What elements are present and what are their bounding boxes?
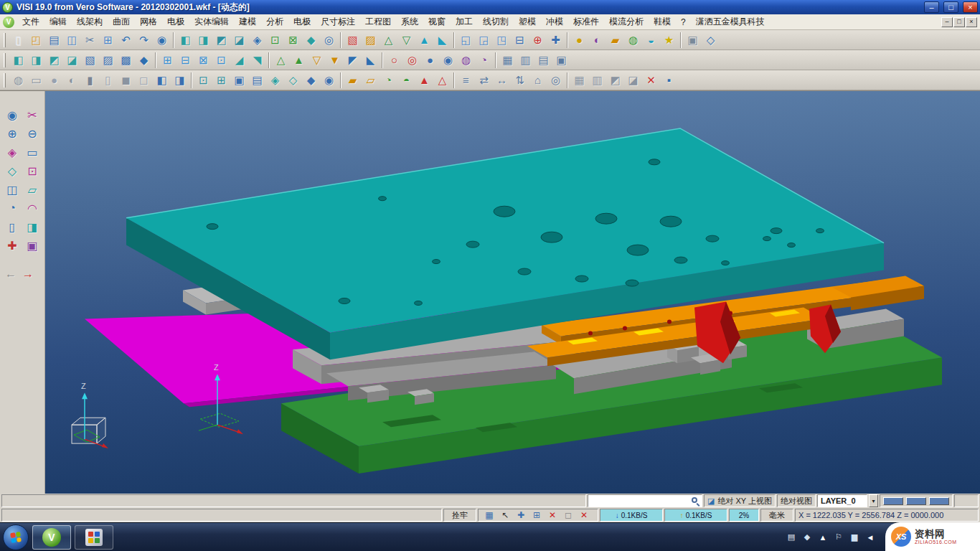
trim-icon[interactable]: ✂ bbox=[22, 105, 42, 124]
attributes-icon[interactable]: ◳ bbox=[493, 32, 511, 49]
tool-icon[interactable]: ◍ bbox=[9, 72, 27, 89]
tool-icon[interactable]: ◔ bbox=[475, 52, 493, 69]
menu-item[interactable]: 鞋模 bbox=[649, 14, 676, 29]
rect-icon[interactable]: ▯ bbox=[2, 217, 22, 236]
tool-icon[interactable]: ◨ bbox=[27, 52, 45, 69]
dynamic-rotate-icon[interactable]: ◈ bbox=[2, 143, 22, 161]
solid-icon[interactable]: ▲ bbox=[415, 32, 433, 49]
delete-point-icon[interactable]: ✚ bbox=[2, 236, 22, 255]
tool-icon[interactable]: ↔ bbox=[493, 72, 511, 89]
tool-icon[interactable]: ◧ bbox=[9, 52, 27, 69]
tool-icon[interactable]: ▭ bbox=[27, 72, 45, 89]
tray-network-icon[interactable]: ▆ bbox=[848, 531, 861, 544]
menu-item[interactable]: 文件 bbox=[17, 14, 44, 29]
move-icon[interactable]: ▱ bbox=[22, 180, 42, 199]
tool-icon[interactable]: ◉ bbox=[439, 52, 457, 69]
tool-icon[interactable]: ◥ bbox=[248, 52, 266, 69]
tool-icon[interactable]: ◐ bbox=[63, 72, 81, 89]
snap-grid-icon[interactable]: ⊞ bbox=[529, 510, 545, 521]
material-icon[interactable]: ◍ bbox=[624, 32, 642, 49]
tray-show-hidden-icon[interactable]: ▲ bbox=[816, 531, 829, 544]
layer-color-swatch[interactable] bbox=[906, 497, 926, 505]
rotate-icon[interactable]: ◔ bbox=[2, 199, 22, 217]
menu-item[interactable]: 尺寸标注 bbox=[316, 14, 360, 29]
feature-icon[interactable]: ★ bbox=[660, 32, 678, 49]
view-mode-panel[interactable]: ◪ 绝对 XY 上视图 bbox=[704, 494, 776, 507]
tool-icon[interactable]: ◍ bbox=[457, 52, 475, 69]
menu-item[interactable]: 加工 bbox=[451, 14, 478, 29]
tool-icon[interactable]: ▼ bbox=[326, 52, 344, 69]
tool-icon[interactable]: ▦ bbox=[499, 52, 517, 69]
tool-icon[interactable]: ≡ bbox=[457, 72, 475, 89]
layer-combo[interactable]: LAYER_0 bbox=[817, 494, 867, 507]
top-view-icon[interactable]: ⊡ bbox=[266, 32, 284, 49]
taskbar-button-visi[interactable]: V bbox=[32, 525, 71, 550]
tool-icon[interactable]: ◓ bbox=[397, 72, 415, 89]
tool-icon[interactable]: ◨ bbox=[171, 72, 189, 89]
tool-icon[interactable]: ▥ bbox=[588, 72, 606, 89]
taskbar-button-app[interactable] bbox=[75, 525, 113, 550]
save-icon[interactable]: ▤ bbox=[45, 32, 63, 49]
render-icon[interactable]: ◪ bbox=[230, 32, 248, 49]
tool-icon[interactable]: ◢ bbox=[230, 52, 248, 69]
redo-icon[interactable]: ↷ bbox=[135, 32, 153, 49]
tool-icon[interactable]: ⊟ bbox=[176, 52, 194, 69]
tool-icon[interactable]: ◤ bbox=[344, 52, 362, 69]
menu-item[interactable]: ? bbox=[676, 16, 691, 29]
tool-icon[interactable]: △ bbox=[433, 72, 451, 89]
close-button[interactable]: × bbox=[963, 1, 978, 13]
face-icon[interactable]: ◣ bbox=[433, 32, 451, 49]
tool-icon[interactable]: △ bbox=[272, 52, 290, 69]
side-view-icon[interactable]: ◆ bbox=[302, 32, 320, 49]
modify-icon[interactable]: ▨ bbox=[362, 32, 380, 49]
tool-icon[interactable]: ▲ bbox=[415, 72, 433, 89]
absolute-view-panel[interactable]: 绝对视图 bbox=[777, 494, 816, 507]
tool-icon[interactable]: ▮ bbox=[81, 72, 99, 89]
tool-icon[interactable]: ◇ bbox=[284, 72, 302, 89]
menu-item[interactable]: 工程图 bbox=[360, 14, 396, 29]
menu-item[interactable]: 模流分析 bbox=[604, 14, 649, 29]
print-icon[interactable]: ▣ bbox=[684, 32, 702, 49]
menu-item[interactable]: 曲面 bbox=[108, 14, 135, 29]
tool-icon[interactable]: ⇄ bbox=[475, 72, 493, 89]
layer-dropdown-button[interactable]: ▾ bbox=[869, 494, 878, 507]
menu-item[interactable]: 潇洒五金模具科技 bbox=[691, 14, 770, 29]
tool-icon[interactable]: ◧ bbox=[153, 72, 171, 89]
section-icon[interactable]: ◒ bbox=[642, 32, 660, 49]
tool-icon[interactable]: ⊡ bbox=[212, 52, 230, 69]
tool-icon[interactable]: ◉ bbox=[320, 72, 338, 89]
properties-icon[interactable]: ▣ bbox=[22, 236, 42, 255]
layer-color-swatch[interactable] bbox=[929, 497, 949, 505]
tool-icon[interactable]: ▯ bbox=[99, 72, 117, 89]
tool-icon[interactable]: ◆ bbox=[302, 72, 320, 89]
menu-item[interactable]: 系统 bbox=[396, 14, 423, 29]
toolbar-handle[interactable] bbox=[4, 33, 6, 47]
delete-icon[interactable]: ▧ bbox=[344, 32, 362, 49]
groups-icon[interactable]: ◲ bbox=[475, 32, 493, 49]
delete-mode-icon[interactable]: ✕ bbox=[576, 510, 592, 521]
tool-icon[interactable]: ◼ bbox=[117, 72, 135, 89]
tool-icon[interactable]: ▥ bbox=[517, 52, 534, 69]
copy-entity-icon[interactable]: ◫ bbox=[2, 180, 22, 199]
hidden-line-icon[interactable]: ◩ bbox=[212, 32, 230, 49]
tray-volume-icon[interactable]: ◄ bbox=[864, 531, 877, 544]
shaded-view-icon[interactable]: ◧ bbox=[176, 32, 194, 49]
tool-icon[interactable]: ▰ bbox=[344, 72, 362, 89]
tool-icon[interactable]: ✕ bbox=[642, 72, 660, 89]
box-select-icon[interactable]: ◻ bbox=[560, 510, 576, 521]
tray-app-icon[interactable]: ▤ bbox=[785, 531, 798, 544]
grid-toggle-icon[interactable]: ▦ bbox=[481, 510, 497, 521]
tool-icon[interactable]: ● bbox=[45, 72, 63, 89]
zoom-icon[interactable]: ◉ bbox=[153, 32, 171, 49]
menu-item[interactable]: 编辑 bbox=[44, 14, 72, 29]
axis-icon[interactable]: ✚ bbox=[547, 32, 565, 49]
zoom-window-icon[interactable]: ◉ bbox=[2, 105, 22, 124]
minimize-button[interactable]: – bbox=[924, 1, 939, 13]
tool-icon[interactable]: ▨ bbox=[99, 52, 117, 69]
history-forward-icon[interactable]: → bbox=[19, 266, 37, 282]
measure-icon[interactable]: ◇ bbox=[702, 32, 720, 49]
snap-lock-panel[interactable]: 拴牢 bbox=[443, 509, 476, 522]
menu-item[interactable]: 塑模 bbox=[514, 14, 541, 29]
rotate-view-icon[interactable]: ◎ bbox=[320, 32, 338, 49]
viewport-canvas[interactable]: Z Z bbox=[45, 91, 980, 494]
